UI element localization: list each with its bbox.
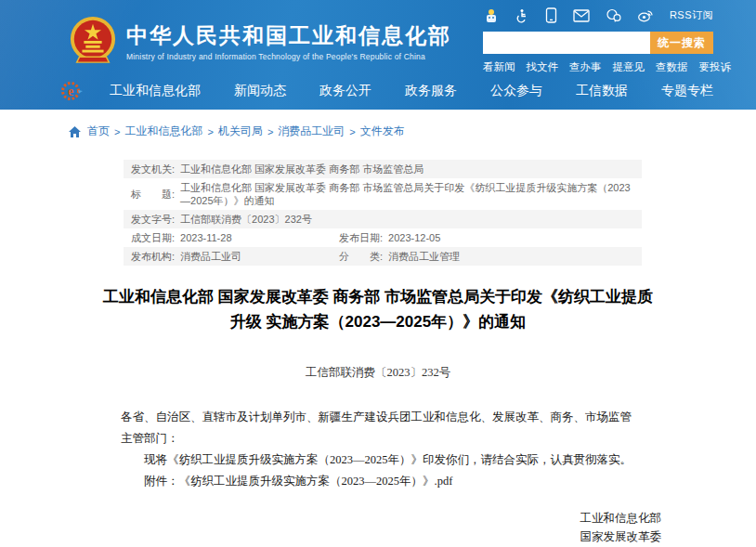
breadcrumb-document-release[interactable]: 文件发布 (360, 124, 405, 139)
meta-value: 工信部联消费〔2023〕232号 (180, 213, 312, 226)
meta-label: 成文日期: (131, 231, 175, 244)
breadcrumb-ministry[interactable]: 工业和信息化部 (124, 124, 202, 139)
salutation-paragraph: 各省、自治区、直辖市及计划单列市、新疆生产建设兵团工业和信息化、发展改革、商务、… (121, 407, 635, 449)
meta-row-doc-number: 发文字号: 工信部联消费〔2023〕232号 (124, 210, 642, 228)
utility-icon-row: RSS订阅 (484, 7, 713, 23)
meta-label: 发文机关: (131, 163, 175, 176)
meta-value: 消费品工业管理 (388, 250, 460, 263)
meta-label: 发文字号: (131, 213, 175, 226)
breadcrumb: 首页 > 工业和信息化部 > 机关司局 > 消费品工业司 > 文件发布 (0, 110, 756, 139)
breadcrumb-consumer-goods[interactable]: 消费品工业司 (278, 124, 345, 139)
meta-value: 工业和信息化部 国家发展改革委 商务部 市场监管总局 (180, 163, 424, 176)
meta-row-publisher: 发布机构: 消费品工业司 分 类: 消费品工业管理 (124, 247, 642, 266)
site-title: 中华人民共和国工业和信息化部 (126, 21, 451, 49)
signature-miit: 工业和信息化部 (93, 509, 661, 527)
meta-label: 发布日期: (339, 231, 383, 244)
unified-search-button[interactable]: 统一搜索 (650, 32, 713, 54)
breadcrumb-separator: > (114, 126, 120, 137)
document-title: 工业和信息化部 国家发展改革委 商务部 市场监管总局关于印发《纺织工业提质升级 … (99, 284, 657, 334)
nav-item-gov-services[interactable]: 政务服务 (405, 83, 457, 99)
nav-item-gov-affairs[interactable]: 政务公开 (319, 83, 371, 99)
meta-row-dates: 成文日期: 2023-11-28 发布日期: 2023-12-05 (124, 228, 642, 247)
nav-item-news[interactable]: 新闻动态 (234, 83, 286, 99)
attachment-link[interactable]: 附件：《纺织工业提质升级实施方案（2023—2025年）》.pdf (121, 471, 635, 492)
meta-value: 2023-11-28 (180, 231, 231, 244)
document-number: 工信部联消费〔2023〕232号 (93, 365, 663, 381)
svg-text:e: e (68, 85, 73, 98)
signature-ndrc: 国家发展改革委 (93, 527, 661, 546)
nav-item-ministry[interactable]: 工业和信息化部 (110, 83, 201, 99)
page: RSS订阅 中华人民共和国工业和信息化部 Ministry of Industr… (0, 0, 756, 547)
breadcrumb-home[interactable]: 首页 (87, 124, 110, 139)
robot-icon[interactable] (484, 8, 499, 23)
miit-gear-logo-icon: e (59, 79, 84, 103)
site-brand: 中华人民共和国工业和信息化部 Ministry of Industry and … (69, 16, 451, 66)
main-navigation: e 工业和信息化部 新闻动态 政务公开 政务服务 公众参与 工信数据 专题专栏 (0, 72, 756, 110)
signature-block: 工业和信息化部 国家发展改革委 商务部 市场监管总局 2023年11月28日 (93, 509, 661, 547)
weibo-icon[interactable] (637, 8, 654, 22)
breadcrumb-departments[interactable]: 机关司局 (218, 124, 263, 139)
meta-row-title: 标 题: 工业和信息化部 国家发展改革委 商务部 市场监管总局关于印发《纺织工业… (124, 178, 642, 210)
home-icon (69, 126, 81, 137)
body-paragraph: 现将《纺织工业提质升级实施方案（2023—2025年）》印发你们，请结合实际，认… (121, 449, 635, 471)
meta-label: 发布机构: (131, 250, 175, 263)
mail-icon[interactable] (573, 9, 590, 22)
search-input[interactable] (483, 32, 650, 54)
meta-value: 消费品工业司 (180, 250, 241, 263)
rss-subscribe-link[interactable]: RSS订阅 (670, 8, 713, 22)
meta-row-issuing-agency: 发文机关: 工业和信息化部 国家发展改革委 商务部 市场监管总局 (124, 160, 642, 178)
meta-value: 2023-12-05 (388, 231, 440, 244)
meta-label: 分 类: (339, 250, 383, 263)
breadcrumb-separator: > (267, 126, 273, 137)
meta-label: 标 题: (131, 188, 175, 201)
site-subtitle: Ministry of Industry and Information Tec… (126, 52, 451, 61)
wechat-icon[interactable] (606, 8, 621, 22)
accessibility-icon[interactable] (515, 8, 529, 23)
breadcrumb-separator: > (349, 126, 355, 137)
article: 工业和信息化部 国家发展改革委 商务部 市场监管总局关于印发《纺织工业提质升级 … (0, 284, 756, 547)
site-header: RSS订阅 中华人民共和国工业和信息化部 Ministry of Industr… (0, 0, 756, 110)
search-zone: 统一搜索 看新闻 找文件 查办事 提意见 查数据 要投诉 (483, 32, 713, 74)
nav-item-special-topics[interactable]: 专题专栏 (661, 83, 713, 99)
nav-item-public-participation[interactable]: 公众参与 (490, 83, 542, 99)
meta-value: 工业和信息化部 国家发展改革委 商务部 市场监管总局关于印发《纺织工业提质升级实… (180, 181, 634, 207)
national-emblem-icon (69, 16, 117, 66)
breadcrumb-separator: > (207, 126, 213, 137)
document-meta-table: 发文机关: 工业和信息化部 国家发展改革委 商务部 市场监管总局 标 题: 工业… (124, 160, 642, 266)
nav-item-miit-data[interactable]: 工信数据 (576, 83, 628, 99)
document-body: 各省、自治区、直辖市及计划单列市、新疆生产建设兵团工业和信息化、发展改革、商务、… (121, 407, 635, 492)
mobile-icon[interactable] (545, 7, 557, 23)
